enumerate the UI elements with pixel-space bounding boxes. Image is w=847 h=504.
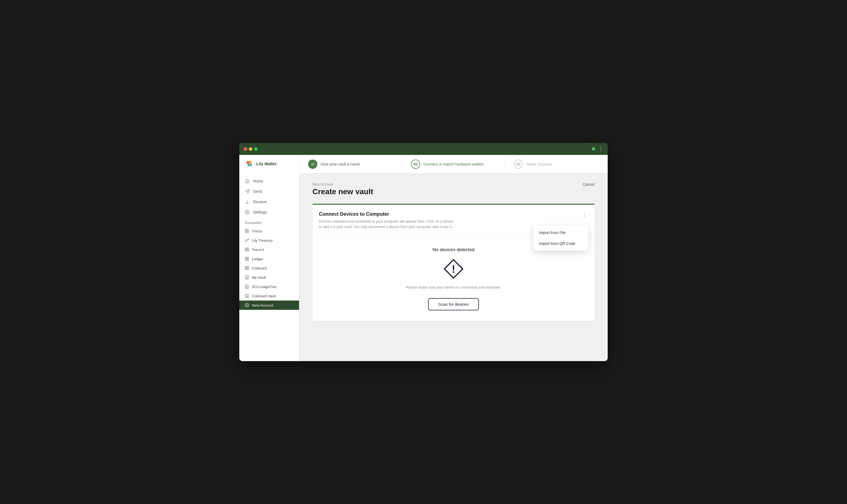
svg-rect-21 [247, 268, 249, 270]
new-account-label: New Account [252, 303, 273, 307]
wizard-steps: Give your vault a name 02 Connect or imp… [299, 155, 608, 174]
close-button[interactable] [244, 147, 247, 151]
sidebar-item-trezor[interactable]: Trezor [239, 227, 299, 236]
svg-rect-7 [245, 229, 247, 231]
svg-rect-11 [245, 248, 247, 249]
svg-rect-18 [245, 259, 247, 260]
ledger-label: Ledger [252, 257, 263, 261]
device-hint-text: Please make sure your device is connecte… [406, 285, 501, 289]
sidebar-nav: Home Send Receive [239, 173, 299, 313]
more-options-button[interactable]: ⋮ [580, 211, 588, 217]
settings-label: Settings [253, 210, 267, 214]
coldcard-vault-label: Coldcard Vault [252, 294, 276, 298]
card-header-text: Connect Devices to Computer Devices unlo… [319, 211, 455, 229]
import-from-qr-item[interactable]: Import from QR Code [533, 238, 588, 249]
grid-icon-2 [245, 247, 249, 252]
svg-rect-19 [245, 267, 247, 268]
titlebar: ⋮ [239, 143, 608, 155]
receive-icon [245, 199, 250, 204]
connect-devices-card: Connect Devices to Computer Devices unlo… [313, 204, 595, 321]
grid-icon [245, 229, 249, 233]
lily-treasury-label: Lily Treasury [252, 238, 273, 242]
step2-label: Connect or import hardware wallets [423, 162, 483, 166]
svg-rect-17 [247, 259, 249, 260]
step1-label: Give your vault a name [321, 162, 360, 166]
building-icon [245, 275, 249, 280]
sidebar-item-receive[interactable]: Receive [239, 197, 299, 207]
svg-rect-22 [245, 268, 247, 270]
connection-status-dot [592, 147, 595, 150]
lily-logo-icon [245, 159, 253, 168]
wizard-step-2: 02 Connect or import hardware wallets [402, 155, 505, 173]
svg-rect-15 [245, 257, 247, 258]
app-window: ⋮ Lily Wallet [239, 143, 608, 361]
svg-text:!: ! [452, 263, 455, 275]
sidebar-item-new-account[interactable]: New Account [239, 301, 299, 310]
sidebar-item-coldcard[interactable]: Coldcard [239, 264, 299, 273]
receive-label: Receive [253, 200, 267, 204]
page-header-text: New Account Create new vault [313, 182, 373, 198]
sidebar-item-send[interactable]: Send [239, 186, 299, 197]
main-content: Give your vault a name 02 Connect or imp… [299, 155, 608, 361]
svg-rect-14 [245, 250, 247, 251]
page-label: New Account [313, 182, 373, 186]
coldcard-label: Coldcard [252, 266, 267, 270]
svg-point-6 [247, 212, 248, 213]
svg-rect-12 [247, 248, 249, 249]
building-icon-3 [245, 294, 249, 298]
page-header: New Account Create new vault Cancel [313, 182, 595, 198]
titlebar-left [244, 147, 260, 151]
svg-rect-10 [245, 231, 247, 233]
card-header: Connect Devices to Computer Devices unlo… [313, 205, 595, 234]
svg-point-3 [247, 164, 250, 166]
plus-circle-icon [245, 303, 249, 307]
key-icon [245, 238, 249, 242]
step1-circle [308, 160, 317, 169]
sidebar-item-ledger[interactable]: Ledger [239, 254, 299, 264]
sidebar-item-settings[interactable]: Settings [239, 207, 299, 217]
content-area: New Account Create new vault Cancel Conn… [299, 174, 608, 361]
svg-rect-8 [247, 229, 249, 231]
svg-rect-9 [247, 231, 249, 233]
step3-circle: 03 [514, 160, 523, 169]
home-icon [245, 179, 250, 183]
accounts-section-label: Accounts [239, 217, 299, 227]
step2-number: 02 [413, 162, 418, 166]
sidebar-item-coldcard-vault[interactable]: Coldcard Vault [239, 291, 299, 301]
3cc-label: 3CCLedgeTrez [252, 285, 277, 289]
sidebar-item-trezor1[interactable]: Trezor1 [239, 245, 299, 254]
sidebar-item-my-vault[interactable]: My Vault [239, 273, 299, 282]
sidebar-item-lily-treasury[interactable]: Lily Treasury [239, 236, 299, 245]
svg-rect-20 [247, 267, 249, 268]
sidebar-logo: Lily Wallet [239, 155, 299, 173]
sidebar-item-3cc[interactable]: 3CCLedgeTrez [239, 282, 299, 291]
svg-point-1 [249, 161, 252, 163]
card-title: Connect Devices to Computer [319, 211, 455, 217]
page-title: Create new vault [313, 187, 373, 196]
card-description: Devices unlocked and connected to your c… [319, 219, 455, 229]
warning-icon: ! [443, 258, 464, 280]
sidebar: Lily Wallet Home Send [239, 155, 299, 361]
my-vault-label: My Vault [252, 275, 266, 280]
step3-label: Setup Success [526, 162, 552, 166]
traffic-lights [244, 147, 258, 151]
dropdown-menu: Import from File Import from QR Code [533, 226, 588, 251]
wizard-step-1: Give your vault a name [299, 155, 402, 173]
building-icon-2 [245, 285, 249, 289]
grid-icon-3 [245, 257, 249, 261]
settings-icon [245, 210, 250, 215]
titlebar-right: ⋮ [592, 146, 603, 152]
step2-circle: 02 [411, 160, 420, 169]
trezor-label: Trezor [252, 229, 263, 233]
more-menu-container: ⋮ Import from File Import from QR Code [580, 211, 588, 217]
cancel-button[interactable]: Cancel [583, 182, 595, 186]
import-from-file-item[interactable]: Import from File [533, 227, 588, 238]
home-label: Home [253, 179, 263, 183]
titlebar-menu-icon[interactable]: ⋮ [598, 146, 603, 152]
sidebar-item-home[interactable]: Home [239, 176, 299, 186]
minimize-button[interactable] [249, 147, 252, 151]
send-label: Send [253, 189, 262, 194]
scan-for-devices-button[interactable]: Scan for devices [428, 298, 479, 310]
grid-icon-4 [245, 266, 249, 270]
fullscreen-button[interactable] [254, 147, 258, 151]
